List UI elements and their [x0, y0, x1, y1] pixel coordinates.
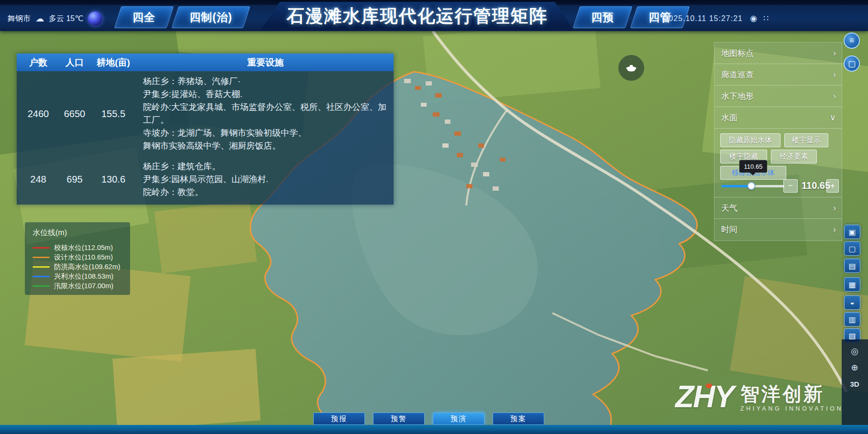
- layer-item-water-surface[interactable]: 水面 ∨: [714, 107, 842, 129]
- layer-item-gallery-inspection[interactable]: 廊道巡查 ›: [714, 64, 842, 86]
- boat-icon: [625, 64, 637, 72]
- logo-cn: 智洋创新: [740, 383, 843, 404]
- map-layers-panel: 地图标点 › 廊道巡查 › 水下地形 › 水面 ∨ 隐藏原始水体 楼宇显示 楼宇…: [714, 42, 842, 241]
- map-poi-marker[interactable]: [618, 55, 644, 81]
- report-icon: ▧: [848, 331, 856, 340]
- facility-line: 杨庄乡：建筑仓库。: [143, 160, 390, 173]
- display-tool-button[interactable]: ▢: [844, 241, 860, 256]
- header-bar: 舞钢市 ☁ 多云 15℃ 四全 四制(治) 石漫滩水库现代化运行管理矩阵 四预 …: [0, 0, 868, 31]
- menu-button[interactable]: ≡: [844, 33, 860, 49]
- layer-item-map-markers[interactable]: 地图标点 ›: [714, 43, 842, 64]
- water-level-value: 110.65: [802, 180, 828, 191]
- tab-sizhi[interactable]: 四制(治): [175, 6, 247, 28]
- legend-item: 兴利水位(108.53m): [33, 271, 130, 281]
- grid-tool-button[interactable]: ▦: [844, 277, 860, 292]
- screen-icon: ▣: [848, 228, 856, 237]
- facility-line: 院岭办:大宝龙家具城、市场监督办公室、税所、社区办公室、加工厂。: [143, 101, 390, 127]
- globe-icon: ⊕: [851, 362, 858, 373]
- document-tool-button[interactable]: ▤: [844, 259, 860, 273]
- building-tool-button[interactable]: ▥: [844, 312, 860, 326]
- boat-tool-icon: ◒: [850, 298, 855, 307]
- col-land: 耕地(亩): [89, 56, 137, 69]
- table-row: 248 695 130.6 杨庄乡：建筑仓库。 尹集乡:园林局示范园、山湖渔村.…: [17, 156, 394, 205]
- legend-item: 设计水位(110.65m): [33, 252, 130, 262]
- datetime-label: 2025.10.11 15:27:21: [664, 14, 743, 23]
- slider-tooltip: 110.65: [739, 160, 767, 173]
- dashboard-screen: 舞钢市 ☁ 多云 15℃ 四全 四制(治) 石漫滩水库现代化运行管理矩阵 四预 …: [0, 0, 868, 434]
- threed-toggle-button[interactable]: 3D: [847, 378, 862, 390]
- facility-line: 院岭办：教堂。: [143, 186, 390, 199]
- normal-level-line: [33, 276, 50, 277]
- menu-icon: ≡: [849, 36, 854, 45]
- locate-button[interactable]: ◎: [847, 345, 862, 358]
- facility-line: 舞钢市实验高级中学、湘厨房饭店。: [143, 140, 390, 152]
- page-title-plate: 石漫滩水库现代化运行管理矩阵: [261, 2, 574, 31]
- tab-plan[interactable]: 预案: [493, 412, 544, 425]
- legend-title: 水位线(m): [33, 228, 130, 238]
- globe-button[interactable]: ⊕: [847, 361, 862, 374]
- tab-rehearsal[interactable]: 预演: [433, 412, 484, 425]
- weather-label: 多云 15℃: [49, 14, 83, 24]
- document-icon: ▤: [848, 261, 856, 271]
- population-value: 695: [60, 174, 89, 185]
- table-row: 2460 6650 155.5 杨庄乡：养猪场、汽修厂· 尹集乡:提灌站、香菇大…: [17, 71, 394, 156]
- households-value: 2460: [17, 108, 60, 119]
- tab-siyu[interactable]: 四预: [576, 6, 629, 28]
- page-title: 石漫滩水库现代化运行管理矩阵: [287, 4, 548, 28]
- table-header-row: 户数 人口 耕地(亩) 重要设施: [17, 54, 394, 71]
- chevron-right-icon: ›: [833, 225, 836, 235]
- screen-tool-button[interactable]: ▣: [844, 225, 860, 239]
- plus-icon: +: [830, 181, 835, 191]
- threed-icon: 3D: [850, 380, 859, 388]
- facility-line: 尹集乡:园林局示范园、山湖渔村.: [143, 173, 390, 186]
- facility-line: 寺坡办：龙湖广场、舞钢市实验初级中学、: [143, 127, 390, 140]
- facility-line: 尹集乡:提灌站、香菇大棚.: [143, 88, 390, 101]
- bottom-strip: [0, 425, 868, 434]
- facility-line: 杨庄乡：养猪场、汽修厂·: [143, 75, 390, 88]
- col-facilities: 重要设施: [137, 56, 394, 69]
- building-icon: ▥: [848, 315, 856, 324]
- weather-widget: 舞钢市 ☁ 多云 15℃: [8, 11, 102, 26]
- tab-warning[interactable]: 预警: [373, 412, 425, 425]
- tab-siquan[interactable]: 四全: [118, 6, 170, 28]
- layer-item-time[interactable]: 时间 ›: [714, 219, 842, 240]
- water-surface-controls: 隐藏原始水体 楼宇显示 楼宇隐藏 经济要素 移除原始水体 110.65: [714, 129, 842, 197]
- layer-item-weather[interactable]: 天气 ›: [714, 197, 842, 219]
- logo-text: 智洋创新 ZHIYANG INNOVATION: [740, 383, 843, 412]
- logo-mark: ZHY: [675, 381, 734, 412]
- area-info-table: 户数 人口 耕地(亩) 重要设施 2460 6650 155.5 杨庄乡：养猪场…: [17, 54, 394, 205]
- boat-tool-button[interactable]: ◒: [844, 295, 860, 310]
- water-level-slider[interactable]: [721, 182, 784, 190]
- col-households: 户数: [17, 56, 60, 69]
- design-level-line: [33, 257, 50, 258]
- legend-item: 防洪高水位(109.62m): [33, 262, 130, 271]
- households-value: 248: [17, 174, 60, 185]
- flood-high-level-line: [33, 266, 50, 268]
- logo-en: ZHIYANG INNOVATION: [740, 405, 843, 412]
- crop-icon: ▢: [848, 59, 856, 69]
- level-plus-button[interactable]: +: [826, 179, 839, 193]
- cloud-icon: ☁: [35, 13, 44, 24]
- crop-button[interactable]: ▢: [844, 55, 860, 72]
- tab-forecast[interactable]: 预报: [313, 412, 365, 425]
- land-value: 155.5: [89, 108, 137, 119]
- check-level-line: [33, 247, 50, 249]
- sphere-icon[interactable]: [88, 11, 102, 26]
- level-minus-button[interactable]: −: [783, 179, 798, 193]
- hide-raw-water-button[interactable]: 隐藏原始水体: [720, 133, 780, 147]
- chevron-right-icon: ›: [833, 48, 836, 58]
- city-label: 舞钢市: [8, 14, 31, 24]
- grid-icon: ▦: [848, 280, 856, 289]
- land-value: 130.6: [89, 174, 137, 185]
- eye-icon[interactable]: ◉: [750, 13, 757, 23]
- slider-fill: [721, 185, 751, 187]
- apps-grid-icon[interactable]: ∷: [763, 13, 769, 23]
- slider-handle[interactable]: [747, 182, 755, 190]
- building-show-button[interactable]: 楼宇显示: [784, 133, 828, 147]
- legend-item: 校核水位(112.05m): [33, 243, 130, 252]
- chevron-down-icon: ∨: [830, 112, 836, 123]
- economic-elements-button[interactable]: 经济要素: [771, 150, 817, 163]
- layer-item-underwater-terrain[interactable]: 水下地形 ›: [714, 86, 842, 107]
- locate-icon: ◎: [851, 346, 858, 357]
- facilities-cell: 杨庄乡：养猪场、汽修厂· 尹集乡:提灌站、香菇大棚. 院岭办:大宝龙家具城、市场…: [137, 75, 394, 152]
